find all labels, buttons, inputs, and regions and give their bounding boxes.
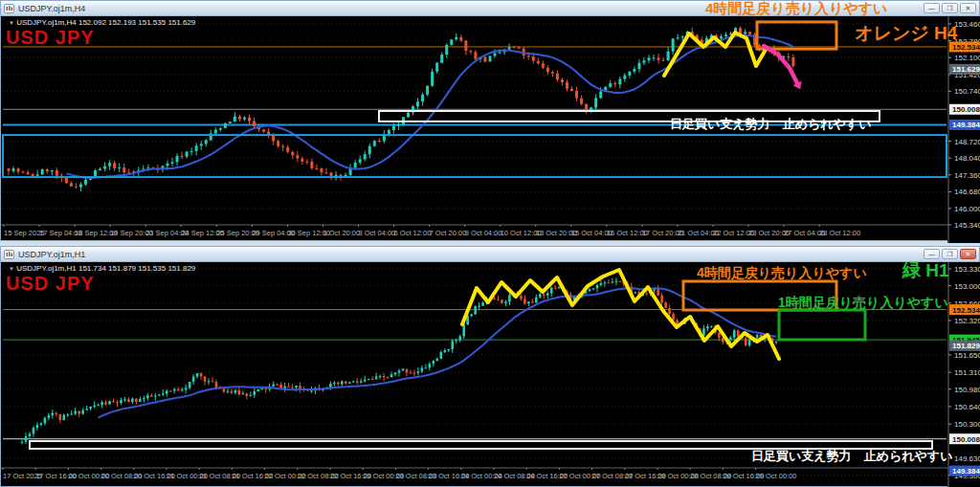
candle-body (214, 130, 217, 134)
candle-body (657, 57, 660, 60)
candle-body (489, 56, 492, 62)
candle-body (227, 391, 230, 392)
minimize-button[interactable]: — (924, 3, 940, 13)
candle-body (52, 413, 55, 415)
zone-rectangle (683, 281, 836, 310)
candle-body (373, 141, 376, 146)
chart-header: ▼ USDJPY.oj1m,H1 151.734 151.879 151.535… (9, 264, 195, 273)
candle-body (615, 281, 618, 282)
titlebar-h4[interactable]: USDJPY.oj1m,H4 — ❐ ✕ (1, 1, 979, 16)
candle-body (440, 352, 443, 359)
candle-body (146, 395, 149, 398)
candle-body (710, 326, 713, 327)
candle-body (99, 169, 101, 171)
candle-body (450, 39, 453, 45)
candle-body (653, 57, 656, 58)
candle-body (56, 170, 58, 176)
candle-body (634, 292, 636, 293)
candle-body (585, 104, 588, 111)
close-button[interactable]: ✕ (960, 249, 976, 259)
candle-body (100, 402, 103, 405)
candle-body (78, 411, 80, 414)
candle-body (181, 389, 184, 390)
zigzag-drawing (462, 270, 779, 359)
h4-chart-canvas[interactable]: 153.460152.780152.100151.420150.740148.7… (1, 16, 980, 243)
candle-body (664, 302, 667, 308)
minimize-button[interactable]: — (924, 249, 940, 259)
candle-body (238, 390, 241, 395)
candle-body (135, 399, 138, 402)
candle-body (378, 141, 381, 142)
candle-body (668, 308, 671, 314)
highlighted-price-label: 150.008 (952, 105, 980, 114)
candle-body (272, 385, 275, 387)
candle-body (539, 294, 542, 297)
candle-body (531, 301, 534, 302)
chart-header: ▼ USDJPY.oj1m,H4 152.092 152.193 151.535… (9, 18, 195, 27)
time-axis[interactable]: 17 Oct 202517 Oct 16:0020 Oct 00:0020 Oc… (1, 468, 948, 480)
candle-body (32, 174, 34, 176)
candle-body (561, 79, 564, 82)
candle-body (619, 281, 622, 282)
chart-area-h4[interactable]: 153.460152.780152.100151.420150.740148.7… (1, 16, 979, 243)
price-tick-label: 151.310 (954, 368, 980, 377)
candle-body (8, 168, 11, 171)
restore-button[interactable]: ❐ (942, 249, 958, 259)
candle-body (410, 372, 412, 373)
candle-body (537, 61, 540, 64)
price-tick-label: 152.100 (954, 54, 980, 62)
candle-body (345, 175, 347, 176)
candle-body (398, 370, 401, 372)
candle-body (41, 169, 44, 174)
candle-body (523, 299, 526, 303)
candle-body (592, 288, 595, 289)
price-tick-label: 148.040 (954, 154, 980, 163)
candle-body (291, 387, 294, 388)
candle-body (305, 162, 308, 163)
candle-body (248, 118, 251, 122)
candle-body (416, 101, 419, 106)
candle-body (166, 390, 168, 393)
candle-body (84, 180, 87, 185)
price-axis[interactable]: 153.460152.780152.100151.420150.740148.7… (947, 16, 980, 243)
candle-body (25, 436, 28, 442)
h1-chart-canvas[interactable]: 153.330153.000152.660152.320151.650151.3… (1, 262, 980, 487)
restore-button[interactable]: ❐ (942, 3, 958, 13)
price-tick-label: 153.460 (954, 20, 980, 29)
candle-body (108, 163, 111, 166)
highlighted-price-label: 150.008 (952, 435, 980, 444)
symbol-watermark: USD JPY (6, 273, 95, 295)
time-axis[interactable]: 15 Sep 202517 Sep 04:0018 Sep 12:0019 Se… (1, 225, 948, 237)
candle-body (594, 98, 597, 107)
candle-body (223, 388, 226, 391)
candle-body (628, 72, 631, 76)
candle-body (600, 283, 603, 285)
candle-body (301, 159, 303, 162)
candle-body (508, 47, 511, 49)
candle-body (532, 56, 535, 61)
price-axis[interactable]: 153.330153.000152.660152.320151.650151.3… (947, 262, 980, 487)
price-tick-label: 153.000 (954, 282, 980, 291)
candle-body (229, 122, 232, 123)
time-tick-label: 7 Oct 20:00 (430, 229, 467, 237)
close-button[interactable]: ✕ (960, 3, 976, 13)
time-tick-label: 29 Oct 00:00 (756, 472, 797, 480)
candle-body (253, 391, 256, 395)
candle-body (123, 399, 126, 400)
candle-body (368, 379, 370, 380)
candle-body (253, 122, 256, 126)
chart-header-symbol: USDJPY.oj1m,H4 (16, 18, 77, 27)
zigzag-drawing (664, 33, 767, 76)
candle-body (513, 47, 516, 48)
chart-window-h4[interactable]: USDJPY.oj1m,H4 — ❐ ✕ 153.460152.780152.1… (0, 0, 980, 241)
chart-area-h1[interactable]: 153.330153.000152.660152.320151.650151.3… (1, 262, 979, 487)
chevron-down-icon: ▼ (9, 20, 14, 26)
candle-body (681, 36, 684, 37)
candle-body (660, 296, 663, 302)
titlebar-h1[interactable]: USDJPY.oj1m,H1 — ❐ ✕ (1, 247, 979, 262)
candle-body (494, 54, 497, 56)
candle-body (413, 373, 416, 374)
candle-body (383, 376, 386, 377)
candle-body (287, 387, 290, 387)
chart-window-h1[interactable]: USDJPY.oj1m,H1 — ❐ ✕ 153.330153.000152.6… (0, 246, 980, 487)
